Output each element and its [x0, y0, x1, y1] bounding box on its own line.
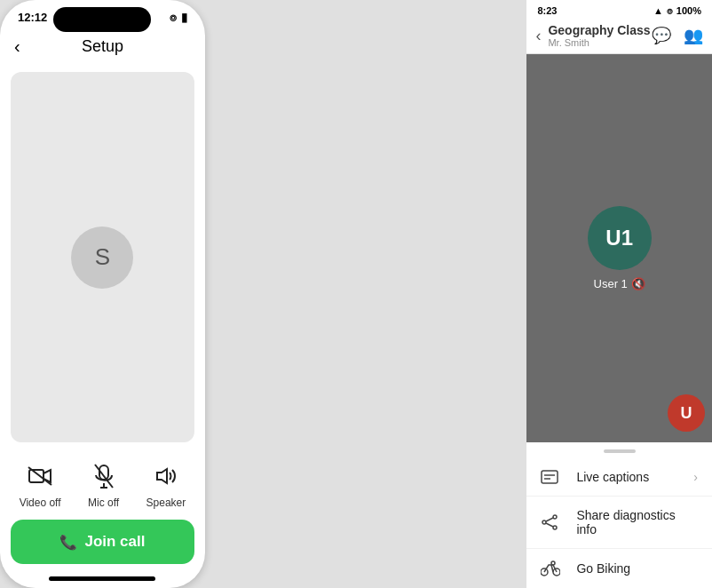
floating-user-button[interactable]: U — [668, 394, 705, 432]
video-off-icon — [24, 460, 56, 492]
avatar-left: S — [71, 226, 133, 289]
svg-rect-7 — [542, 471, 558, 483]
sheet-item-diagnostics[interactable]: Share diagnostics info — [526, 497, 712, 549]
user-label: User 1 🔇 — [594, 277, 645, 290]
wifi-icon: ⌾ — [170, 11, 177, 24]
speaker-label: Speaker — [146, 497, 186, 509]
sheet-handle — [604, 449, 636, 453]
right-phone: 8:23 ▲ ⌾ 100% ‹ Geography Class Mr. Smit… — [526, 0, 712, 588]
chat-icon[interactable]: 💬 — [652, 26, 671, 45]
svg-point-11 — [542, 520, 546, 524]
bottom-sheet: Live captions › Share diagnostics info — [526, 442, 712, 588]
battery-right: 100% — [676, 5, 701, 16]
speaker-icon — [150, 460, 182, 492]
status-bar-right: 8:23 ▲ ⌾ 100% — [526, 0, 712, 20]
signal-icon: ▲ — [653, 5, 663, 16]
diagnostics-label: Share diagnostics info — [576, 508, 698, 536]
avatar-right: U1 — [588, 206, 652, 270]
nav-bar-right: ‹ Geography Class Mr. Smith 💬 👥 — [526, 20, 712, 54]
join-call-label: Join call — [84, 533, 145, 551]
header-left: ‹ Setup — [0, 28, 205, 63]
back-button[interactable]: ‹ — [14, 36, 20, 57]
sheet-item-biking[interactable]: Go Biking — [526, 549, 712, 588]
video-control[interactable]: Video off — [20, 460, 61, 509]
class-title: Geography Class — [548, 23, 652, 37]
class-subtitle: Mr. Smith — [548, 37, 652, 48]
sheet-item-captions[interactable]: Live captions › — [526, 458, 712, 497]
svg-point-12 — [553, 526, 557, 529]
mic-control[interactable]: Mic off — [88, 460, 120, 509]
home-indicator-left — [49, 576, 155, 581]
wifi-icon-right: ⌾ — [667, 5, 673, 16]
preview-area: S — [11, 72, 194, 442]
status-icons-left: ⌾ ▮ — [170, 11, 187, 24]
status-icons-right: ▲ ⌾ 100% — [653, 5, 701, 16]
mic-off-label: Mic off — [88, 497, 119, 509]
captions-label: Live captions — [576, 470, 693, 484]
speaker-control[interactable]: Speaker — [146, 460, 186, 509]
muted-icon: 🔇 — [631, 277, 645, 290]
participants-icon[interactable]: 👥 — [684, 26, 703, 45]
svg-point-17 — [551, 561, 555, 565]
back-button-right[interactable]: ‹ — [535, 27, 541, 45]
time-right: 8:23 — [537, 5, 557, 16]
nav-title-block: Geography Class Mr. Smith — [548, 23, 652, 48]
spacer — [214, 0, 347, 588]
svg-marker-6 — [157, 469, 167, 483]
svg-point-10 — [553, 515, 557, 519]
bike-icon — [541, 560, 566, 576]
setup-title: Setup — [82, 37, 123, 56]
time-left: 12:12 — [18, 11, 47, 24]
captions-arrow: › — [693, 470, 698, 484]
join-call-button[interactable]: 📞 Join call — [11, 520, 194, 564]
nav-actions: 💬 👥 — [652, 26, 703, 45]
share-icon — [541, 513, 566, 531]
controls-bar: Video off Mic off — [0, 451, 205, 520]
user-container: U1 User 1 🔇 — [588, 206, 652, 290]
video-off-label: Video off — [20, 497, 61, 509]
svg-line-13 — [546, 518, 553, 521]
biking-label: Go Biking — [576, 561, 698, 576]
svg-line-14 — [546, 523, 553, 527]
mic-off-icon — [88, 460, 120, 492]
left-phone: 12:12 ⌾ ▮ ‹ Setup S Video off — [0, 0, 205, 588]
battery-icon: ▮ — [181, 11, 187, 24]
join-call-icon: 📞 — [59, 534, 77, 551]
call-area: U1 User 1 🔇 U — [526, 54, 712, 442]
captions-icon — [541, 470, 566, 484]
